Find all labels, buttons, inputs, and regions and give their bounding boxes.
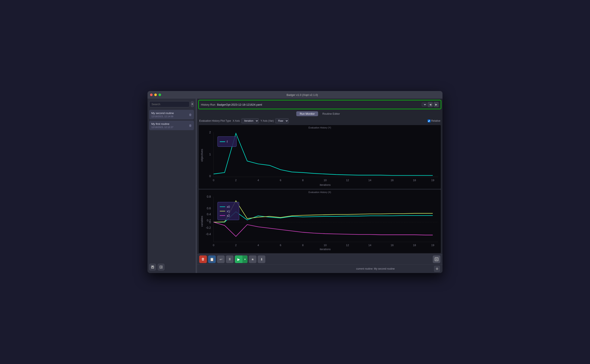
delete-routine-1-icon[interactable]: 🗑 (189, 124, 192, 127)
sidebar-bottom (149, 262, 194, 270)
svg-text:6: 6 (280, 243, 281, 247)
svg-text:iterations: iterations (320, 247, 331, 251)
x-axis-select[interactable]: Iteration (241, 118, 259, 123)
window-title: Badger v1.0 (Xopt v2.1.0) (164, 93, 440, 97)
svg-text:14: 14 (368, 243, 371, 247)
relative-checkbox[interactable]: Relative (428, 119, 440, 122)
svg-text:-0.4: -0.4 (206, 232, 211, 235)
routine-date-0: 12/18/2023, 12:14:58 (151, 115, 174, 118)
main-window: Badger v1.0 (Xopt v2.1.0) + My second ro… (148, 91, 442, 273)
search-row: + (149, 101, 194, 107)
pause-button[interactable]: ⏸ (226, 255, 234, 263)
environment-button[interactable] (433, 255, 440, 263)
delete-routine-0-icon[interactable]: 🗑 (189, 113, 192, 116)
svg-text:4: 4 (257, 179, 259, 182)
history-run-input[interactable] (217, 103, 422, 106)
play-button[interactable]: ▶ (235, 255, 242, 263)
routine-item-0[interactable]: My second routine 12/18/2023, 12:14:58 🗑 (149, 110, 194, 119)
svg-rect-2 (152, 267, 154, 268)
history-run-dropdown[interactable]: ▼ (422, 103, 427, 106)
chart-y-svg: 2 1 0 0 2 4 6 8 10 12 14 16 (199, 129, 441, 187)
main-panel: History Run ▼ ◀ ▶ Run Monitor Routine Ed… (197, 99, 442, 273)
load-file-button[interactable] (158, 264, 164, 270)
plot-type-label: Evaluation History Plot Type (199, 119, 231, 122)
close-button[interactable] (150, 94, 153, 96)
settings-button[interactable]: ⚙ (434, 266, 440, 272)
svg-text:objectives: objectives (200, 149, 203, 162)
svg-text:0: 0 (213, 179, 214, 182)
svg-text:4: 4 (257, 243, 259, 247)
svg-text:16: 16 (391, 243, 394, 247)
charts-area: Evaluation History (Y) 2 1 0 0 (197, 124, 442, 254)
chart-y-inner: 2 1 0 0 2 4 6 8 10 12 14 16 (199, 129, 441, 187)
relative-label: Relative (431, 119, 440, 122)
svg-text:12: 12 (346, 179, 349, 182)
routine-name-0: My second routine (151, 111, 174, 115)
chart-x-svg: 0.8 0.6 0.4 0.2 0 -0.2 -0.4 0 2 4 6 (199, 194, 441, 252)
titlebar: Badger v1.0 (Xopt v2.1.0) (148, 91, 442, 99)
svg-text:2: 2 (209, 130, 211, 134)
svg-text:0.4: 0.4 (207, 213, 211, 216)
svg-text:0.6: 0.6 (207, 206, 211, 210)
svg-text:2: 2 (235, 243, 237, 247)
undo-button[interactable]: ↩ (217, 255, 225, 263)
traffic-lights (150, 94, 161, 96)
save-file-button[interactable] (149, 264, 156, 270)
svg-text:16: 16 (391, 179, 394, 182)
content-area: + My second routine 12/18/2023, 12:14:58… (148, 99, 442, 273)
status-text: current routine: My second routine (317, 267, 434, 270)
svg-text:iterations: iterations (320, 183, 331, 187)
svg-text:0: 0 (213, 243, 214, 247)
svg-text:0: 0 (209, 174, 211, 178)
plot-controls: Evaluation History Plot Type X Axis Iter… (197, 117, 442, 124)
tabs-row: Run Monitor Routine Editor (197, 110, 442, 117)
routine-date-1: 12/18/2023, 12:12:27 (151, 126, 173, 129)
chart-y: Evaluation History (Y) 2 1 0 0 (199, 125, 441, 189)
play-button-group: ▶ ▼ (235, 255, 248, 263)
svg-text:6: 6 (280, 179, 281, 182)
svg-text:19: 19 (431, 179, 434, 182)
svg-text:14: 14 (368, 179, 371, 182)
svg-text:18: 18 (413, 243, 416, 247)
svg-text:0: 0 (209, 220, 211, 224)
chart-x-title: Evaluation History (X) (199, 190, 441, 194)
svg-text:18: 18 (413, 179, 416, 182)
download-button[interactable]: ⬇ (258, 255, 265, 263)
y-axis-select[interactable]: Raw (275, 118, 289, 123)
tab-run-monitor[interactable]: Run Monitor (296, 111, 318, 116)
svg-text:12: 12 (346, 243, 349, 247)
sidebar: + My second routine 12/18/2023, 12:14:58… (148, 99, 196, 273)
svg-text:1: 1 (209, 152, 211, 156)
star-button[interactable]: ★ (249, 255, 256, 263)
bottom-toolbar: 🗑 📋 ↩ ⏸ ▶ ▼ ★ ⬇ (197, 254, 442, 264)
play-dropdown-button[interactable]: ▼ (242, 255, 248, 263)
history-run-bar: History Run ▼ ◀ ▶ (198, 100, 441, 109)
svg-text:x0: x0 (227, 205, 230, 208)
chart-y-title: Evaluation History (Y) (199, 125, 441, 129)
add-routine-button[interactable]: + (191, 101, 194, 107)
svg-text:8: 8 (302, 179, 304, 182)
history-run-label: History Run (201, 103, 215, 106)
tab-routine-editor[interactable]: Routine Editor (319, 111, 343, 116)
svg-text:0.8: 0.8 (207, 195, 211, 198)
svg-rect-1 (152, 266, 154, 267)
svg-text:2: 2 (235, 179, 237, 182)
chart-x: Evaluation History (X) 0.8 0.6 (199, 190, 441, 253)
routine-item-1[interactable]: My first routine 12/18/2023, 12:12:27 🗑 (149, 121, 194, 130)
chart-x-inner: 0.8 0.6 0.4 0.2 0 -0.2 -0.4 0 2 4 6 (199, 194, 441, 252)
minimize-button[interactable] (154, 94, 157, 96)
svg-text:10: 10 (324, 243, 327, 247)
svg-text:8: 8 (302, 243, 304, 247)
routine-name-1: My first routine (151, 122, 173, 125)
svg-text:19: 19 (431, 243, 434, 247)
status-bar: current routine: My second routine ⚙ (197, 264, 442, 273)
history-next-button[interactable]: ▶ (434, 102, 439, 107)
svg-text:10: 10 (324, 179, 327, 182)
history-prev-button[interactable]: ◀ (428, 102, 433, 107)
relative-check-input[interactable] (428, 120, 430, 122)
y-axis-label: Y Axis (Var) (261, 119, 274, 122)
delete-button[interactable]: 🗑 (199, 255, 207, 263)
search-input[interactable] (149, 101, 189, 107)
maximize-button[interactable] (159, 94, 161, 96)
copy-button[interactable]: 📋 (208, 255, 216, 263)
